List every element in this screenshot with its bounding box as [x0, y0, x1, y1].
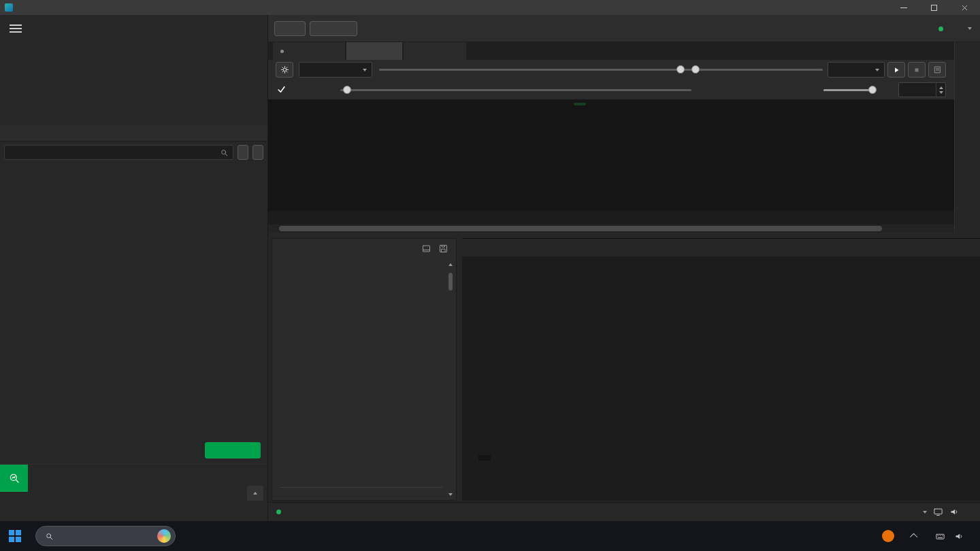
search-icon — [220, 148, 229, 157]
app-icon — [5, 3, 13, 12]
chart-legend — [478, 455, 491, 461]
price-axis — [912, 100, 954, 211]
chart-scrollbar[interactable] — [268, 224, 954, 233]
time-axis — [268, 211, 954, 224]
cbot-search-row — [0, 144, 267, 161]
gear-icon — [280, 65, 290, 75]
minimize-button[interactable] — [888, 0, 919, 15]
volume-icon[interactable] — [954, 531, 964, 541]
backtest-range-slider[interactable] — [379, 62, 823, 77]
search-icon — [45, 532, 54, 541]
start-date-select[interactable] — [299, 62, 372, 78]
new-cbot-button[interactable] — [238, 145, 248, 160]
chart-tabs-row — [268, 42, 980, 60]
scrollbar-thumb[interactable] — [279, 226, 882, 231]
start-backtest-button[interactable] — [887, 62, 905, 78]
parameters-scrollbar[interactable] — [446, 262, 455, 496]
drawing-tools-bar — [954, 42, 980, 233]
windows-taskbar — [0, 521, 980, 551]
speed-stepper[interactable] — [898, 82, 946, 97]
start-button[interactable] — [0, 521, 30, 551]
account-info[interactable] — [938, 15, 972, 42]
playback-position-slider[interactable] — [340, 82, 691, 97]
analyze-icon — [0, 465, 28, 492]
enable-sync-button[interactable] — [205, 442, 261, 458]
tray-expand-icon[interactable] — [910, 533, 917, 541]
report-button[interactable] — [928, 62, 946, 78]
sidebar — [0, 15, 268, 521]
search-field[interactable] — [4, 145, 233, 160]
speed-slider[interactable] — [823, 82, 875, 97]
profit-badge — [574, 103, 586, 105]
notification-badge[interactable] — [882, 530, 894, 542]
backtest-controls — [268, 60, 980, 80]
sidebar-topbar — [0, 15, 267, 42]
sidebar-item-analyze[interactable] — [0, 464, 267, 491]
cbot-search-input[interactable] — [9, 148, 220, 157]
playback-handle[interactable] — [343, 86, 351, 94]
stepper-arrows[interactable] — [936, 83, 945, 97]
play-icon — [892, 66, 900, 74]
new-order-button[interactable] — [310, 21, 357, 36]
screen-icon[interactable] — [933, 507, 943, 517]
search-highlight-image[interactable] — [157, 529, 171, 543]
stop-icon — [913, 66, 921, 74]
chevron-down-icon — [923, 511, 927, 514]
stop-all-button[interactable] — [252, 145, 263, 160]
check-icon — [277, 85, 286, 94]
connection-status-dot — [938, 27, 943, 31]
tab-status-dot — [280, 50, 284, 53]
scroll-down-arrow[interactable] — [448, 493, 453, 496]
close-button[interactable] — [949, 0, 980, 15]
backtest-settings-button[interactable] — [276, 62, 293, 78]
stop-backtest-button[interactable] — [908, 62, 926, 78]
sync-row — [0, 441, 267, 460]
equity-chart[interactable] — [468, 259, 975, 490]
parameters-panel — [272, 238, 457, 501]
sessions-status-dot — [276, 510, 281, 514]
chevron-up-icon — [253, 492, 257, 495]
chart-toolbar — [268, 15, 980, 42]
range-handle-start[interactable] — [676, 65, 685, 73]
speed-handle[interactable] — [868, 86, 877, 94]
divider — [280, 487, 442, 488]
windows-logo-icon — [9, 530, 21, 542]
timezone-select[interactable] — [919, 511, 927, 514]
tab-chart-xbrusd[interactable] — [273, 42, 345, 60]
menu-icon[interactable] — [10, 24, 22, 33]
visual-mode-row — [268, 80, 980, 100]
scroll-up-arrow[interactable] — [448, 263, 453, 266]
maximize-button[interactable] — [919, 0, 949, 15]
end-date-select[interactable] — [828, 62, 885, 78]
report-icon — [933, 65, 942, 74]
tab-optimisation[interactable] — [404, 42, 466, 60]
candlestick-chart[interactable] — [274, 100, 911, 211]
keyboard-icon[interactable] — [935, 531, 945, 541]
results-panel — [462, 238, 980, 501]
scrollbar-thumb[interactable] — [448, 273, 453, 290]
sound-icon[interactable] — [949, 507, 960, 517]
taskbar-search[interactable] — [35, 526, 176, 546]
status-bar — [268, 502, 980, 521]
tab-backtesting[interactable] — [346, 42, 402, 60]
window-titlebar — [0, 0, 980, 15]
close-icon — [960, 3, 969, 12]
range-handle-end[interactable] — [691, 65, 700, 73]
back-button[interactable] — [274, 21, 306, 36]
ctrader-app — [0, 0, 980, 551]
chevron-down-icon — [968, 27, 972, 30]
visual-mode-checkbox[interactable] — [277, 85, 291, 94]
